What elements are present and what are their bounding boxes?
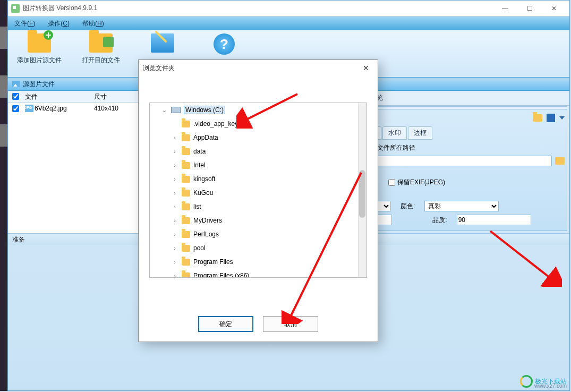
menu-help[interactable]: 帮助(H) [76,16,110,30]
window-title: 图片转换器 Version4.9.9.1 [23,4,493,13]
folder-icon [182,162,190,169]
col-size: 尺寸 [90,91,138,102]
help-icon: ? [214,33,235,55]
add-source-button[interactable]: 添加图片源文件 [13,33,65,76]
window-titlebar: 图片转换器 Version4.9.9.1 — ☐ ✕ [8,1,569,16]
maximize-button[interactable]: ☐ [517,1,542,16]
tree-node[interactable]: ›MyDrivers [150,214,367,227]
folder-icon [182,190,190,197]
folder-arrow-icon [89,33,113,53]
expand-icon[interactable]: › [171,176,178,182]
menubar: 文件(F) 操作(C) 帮助(H) [8,16,569,30]
expand-icon[interactable]: › [171,231,178,237]
wand-icon [151,33,174,53]
save-disk-icon[interactable] [547,114,555,122]
folder-icon [182,148,190,155]
folder-icon [182,203,190,210]
jpg-icon [25,105,33,112]
quality-input[interactable] [457,215,531,225]
tab-border[interactable]: 边框 [408,126,432,140]
menu-operate[interactable]: 操作(C) [41,16,76,30]
expand-icon[interactable]: › [171,259,178,265]
folder-icon [182,121,190,127]
dropdown-icon[interactable] [559,116,565,120]
folder-plus-icon [28,33,51,53]
expand-icon[interactable]: › [171,134,178,141]
expand-icon[interactable]: › [171,203,178,210]
tree-node[interactable]: ›KuGou [150,186,367,200]
collapse-icon[interactable]: ⌄ [160,107,168,114]
tree-node-root[interactable]: ⌄ Windows (C:) [150,103,367,117]
app-icon [11,4,20,13]
select-all-checkbox[interactable] [12,93,19,100]
picture-icon [12,81,20,87]
minimize-button[interactable]: — [493,1,517,16]
row-checkbox[interactable] [12,105,19,112]
folder-icon [182,245,190,252]
expand-icon[interactable]: › [171,245,178,251]
folder-icon [182,217,190,224]
watermark: 极光下载站 www.xz7.com [520,375,567,388]
expand-icon[interactable]: › [171,162,178,168]
watermark-logo-icon [520,375,533,388]
folder-icon [182,176,190,183]
tree-node[interactable]: ›PerfLogs [150,227,367,241]
tab-watermark[interactable]: 水印 [382,126,407,140]
open-folder-icon[interactable] [533,114,542,122]
tree-node[interactable]: ›kingsoft [150,172,367,186]
expand-icon[interactable]: › [171,217,178,224]
browse-folder-dialog: 浏览文件夹 ✕ ⌄ Windows (C:) .video_app_key ›A… [138,59,378,342]
close-button[interactable]: ✕ [542,1,566,16]
tree-node[interactable]: ›data [150,144,367,158]
tree-node[interactable]: ›list [150,200,367,214]
tree-node[interactable]: .video_app_key [150,117,367,131]
col-file: 文件 [21,91,90,102]
tree-node[interactable]: ›pool [150,241,367,255]
tree-node[interactable]: ›Program Files (x86) [150,269,367,278]
folder-icon [182,134,190,141]
menu-file[interactable]: 文件(F) [8,16,41,30]
color-select[interactable]: 真彩 [424,201,499,211]
keep-exif-checkbox[interactable]: 保留EXIF(JPEG) [388,178,445,187]
folder-icon [182,259,190,266]
expand-icon[interactable]: › [171,272,178,278]
dialog-ok-button[interactable]: 确定 [198,316,253,332]
expand-icon[interactable]: › [171,190,178,196]
expand-icon[interactable]: › [171,148,178,155]
tree-node[interactable]: ›AppData [150,131,367,144]
open-dest-button[interactable]: 打开目的文件 [75,33,127,76]
desktop-left-strip [0,0,7,391]
folder-icon [182,272,190,278]
browse-folder-icon[interactable] [555,157,565,165]
dialog-close-button[interactable]: ✕ [359,64,373,72]
tree-scrollbar[interactable] [358,103,367,277]
dialog-cancel-button[interactable]: 取消 [263,316,318,332]
folder-icon [182,231,190,238]
tree-node[interactable]: ›Intel [150,158,367,172]
tree-node[interactable]: ›Program Files [150,255,367,269]
drive-icon [171,107,181,113]
dialog-titlebar: 浏览文件夹 ✕ [139,60,378,76]
svg-rect-1 [13,6,16,9]
folder-tree: ⌄ Windows (C:) .video_app_key ›AppData ›… [149,103,367,278]
